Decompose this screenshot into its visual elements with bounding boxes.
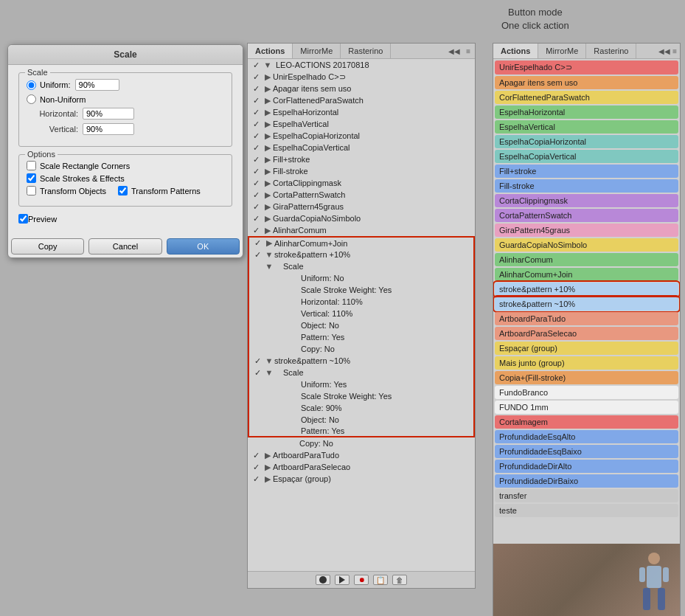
action-row-24[interactable]: ✓▼stroke&pattern ~10% [248, 355, 475, 367]
expand-cell-32[interactable]: ▶ [262, 451, 273, 460]
action-row-0[interactable]: ✓▶UnirEspelhado C>⊃ [248, 71, 475, 83]
bp-btn-12[interactable]: GuardaCopiaNoSimbolo [495, 238, 678, 252]
bp-btn-30[interactable]: teste [495, 504, 678, 517]
bp-btn-18[interactable]: ArtboardParaSelecao [495, 327, 678, 340]
tab-mirrorme[interactable]: MirrorMe [293, 44, 341, 58]
bp-btn-7[interactable]: Fill+stroke [495, 165, 678, 178]
expand-cell-11[interactable]: ▶ [262, 202, 273, 212]
bp-back-icon[interactable]: ◀◀ [658, 47, 670, 55]
stop-btn[interactable] [316, 575, 330, 585]
bp-btn-21[interactable]: Copia+(Fill-stroke) [495, 371, 678, 384]
vertical-input[interactable] [83, 123, 134, 135]
bp-btn-0[interactable]: UnirEspelhado C>⊃ [495, 60, 678, 75]
panel-menu-icon[interactable]: ≡ [465, 47, 472, 55]
action-row-16[interactable]: ▼Scale [248, 260, 475, 272]
action-row-30[interactable]: Pattern: Yes [248, 426, 475, 437]
bp-btn-14[interactable]: AlinharComum+Join [495, 268, 678, 281]
action-row-13[interactable]: ✓▶AlinharComum [248, 224, 475, 236]
action-row-22[interactable]: Pattern: Yes [248, 331, 475, 343]
action-row-33[interactable]: ✓▶ArtboardParaSelecao [248, 461, 475, 473]
action-row-32[interactable]: ✓▶ArtboardParaTudo [248, 449, 475, 461]
bp-btn-20[interactable]: Mais junto (group) [495, 356, 678, 370]
action-row-14[interactable]: ✓▶AlinharComum+Join [248, 236, 475, 249]
action-row-2[interactable]: ✓▶CorFlattenedParaSwatch [248, 94, 475, 106]
bp-btn-16[interactable]: stroke&pattern ~10% [495, 297, 678, 311]
expand-cell-6[interactable]: ▶ [262, 143, 273, 153]
bp-btn-28[interactable]: ProfundidadeDirBaixo [495, 474, 678, 488]
transform-patterns-check[interactable] [118, 186, 128, 195]
expand-cell-33[interactable]: ▶ [262, 463, 273, 472]
transform-objects-check[interactable] [27, 186, 36, 195]
scale-strokes-check[interactable] [27, 173, 36, 183]
bp-btn-24[interactable]: Cortalmagem [495, 415, 678, 429]
action-row-25[interactable]: ✓▼Scale [248, 367, 475, 378]
action-row-26[interactable]: Uniform: Yes [248, 378, 475, 390]
action-row-19[interactable]: Horizontal: 110% [248, 296, 475, 308]
bp-btn-13[interactable]: AlinharComum [495, 253, 678, 266]
preview-check[interactable] [18, 214, 28, 224]
expand-cell-25[interactable]: ▼ [264, 368, 274, 377]
expand-cell-5[interactable]: ▶ [262, 131, 273, 141]
bp-menu-icon[interactable]: ≡ [672, 47, 677, 55]
expand-cell-24[interactable]: ▼ [264, 356, 274, 365]
scale-rect-corners-check[interactable] [27, 161, 36, 170]
action-row-17[interactable]: Uniform: No [248, 272, 475, 284]
bp-btn-23[interactable]: FUNDO 1mm [495, 401, 678, 414]
action-row-9[interactable]: ✓▶CortaClippingmask [248, 177, 475, 189]
uniform-radio[interactable] [27, 80, 36, 90]
bp-btn-15[interactable]: stroke&pattern +10% [495, 283, 678, 296]
action-row-20[interactable]: Vertical: 110% [248, 308, 475, 319]
non-uniform-radio[interactable] [27, 94, 36, 104]
expand-cell-16[interactable]: ▼ [264, 262, 274, 271]
bp-btn-19[interactable]: Espaçar (group) [495, 342, 678, 355]
panel-back-icon[interactable]: ◀◀ [447, 47, 462, 55]
new-action-btn[interactable]: 📋 [373, 575, 388, 585]
bp-btn-29[interactable]: transfer [495, 489, 678, 502]
action-row-28[interactable]: Scale: 90% [248, 402, 475, 414]
expand-cell-4[interactable]: ▶ [262, 120, 273, 129]
ok-button[interactable]: OK [167, 238, 240, 255]
action-row-7[interactable]: ✓▶Fill+stroke [248, 153, 475, 165]
copy-button[interactable]: Copy [11, 238, 84, 255]
expand-cell-1[interactable]: ▶ [262, 84, 273, 94]
bp-btn-26[interactable]: ProfundidadeEsqBaixo [495, 445, 678, 458]
horizontal-input[interactable] [83, 108, 134, 120]
folder-row[interactable]: ✓ ▼ LEO-ACTIONS 20170818 [248, 59, 475, 71]
action-row-6[interactable]: ✓▶EspelhaCopiaVertical [248, 142, 475, 153]
bp-btn-5[interactable]: EspelhaCopiaHorizontal [495, 135, 678, 148]
bp-btn-11[interactable]: GiraPattern45graus [495, 224, 678, 237]
action-row-21[interactable]: Object: No [248, 319, 475, 331]
expand-cell-15[interactable]: ▼ [264, 250, 274, 259]
action-row-27[interactable]: Scale Stroke Weight: Yes [248, 390, 475, 402]
bp-btn-4[interactable]: EspelhaVertical [495, 120, 678, 134]
expand-cell-0[interactable]: ▶ [262, 72, 273, 82]
expand-cell-7[interactable]: ▶ [262, 155, 273, 165]
action-row-4[interactable]: ✓▶EspelhaVertical [248, 118, 475, 130]
cancel-button[interactable]: Cancel [88, 238, 161, 255]
record-btn[interactable]: ⏺ [354, 575, 369, 585]
bp-btn-9[interactable]: CortaClippingmask [495, 194, 678, 207]
action-row-15[interactable]: ✓▼stroke&pattern +10% [248, 249, 475, 260]
expand-cell-3[interactable]: ▶ [262, 108, 273, 117]
expand-cell-2[interactable]: ▶ [262, 96, 273, 105]
action-row-31[interactable]: Copy: No [248, 437, 475, 449]
expand-cell-13[interactable]: ▶ [262, 226, 273, 235]
uniform-input[interactable] [75, 79, 119, 91]
action-row-29[interactable]: Object: No [248, 414, 475, 426]
bp-btn-27[interactable]: ProfundidadeDirAlto [495, 460, 678, 473]
action-row-8[interactable]: ✓▶Fill-stroke [248, 165, 475, 177]
bp-btn-8[interactable]: Fill-stroke [495, 179, 678, 193]
delete-btn[interactable]: 🗑 [392, 575, 407, 585]
expand-cell-8[interactable]: ▶ [262, 167, 273, 176]
tab-actions[interactable]: Actions [248, 44, 293, 58]
bp-tab-rasterino[interactable]: Rasterino [586, 44, 636, 58]
bp-btn-22[interactable]: FundoBranco [495, 386, 678, 399]
action-row-5[interactable]: ✓▶EspelhaCopiaHorizontal [248, 130, 475, 142]
bp-btn-17[interactable]: ArtboardParaTudo [495, 312, 678, 325]
action-row-23[interactable]: Copy: No [248, 343, 475, 355]
bp-btn-3[interactable]: EspelhaHorizontal [495, 105, 678, 119]
action-row-34[interactable]: ✓▶Espaçar (group) [248, 473, 475, 485]
bp-btn-6[interactable]: EspelhaCopiaVertical [495, 150, 678, 163]
play-btn[interactable] [335, 575, 350, 585]
action-row-11[interactable]: ✓▶GiraPattern45graus [248, 201, 475, 212]
